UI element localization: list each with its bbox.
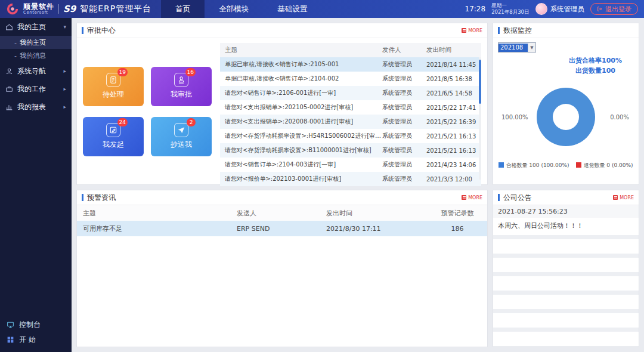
approval-row[interactable]: 单据已审核,请接收<销售订单>:2105-001 系统管理员 2021/8/14… (220, 57, 481, 72)
sidebar-bottom: 控制台 开 始 (0, 317, 72, 347)
chevron-right-icon: ▸ (63, 68, 66, 74)
product-logo: S9 (63, 4, 76, 14)
warning-more-link[interactable]: MORE (462, 195, 482, 200)
row-record-count: 186 (428, 225, 487, 233)
approval-row[interactable]: 请您对<报价单>:202103-0001进行[审核] 系统管理员 2021/3/… (220, 172, 481, 186)
approval-panel-body: 19 待处理 16 我审批 (77, 38, 487, 184)
clipboard-icon: 19 (106, 73, 120, 87)
col-sent-time: 发出时间 (326, 209, 428, 218)
brand-logo-icon (6, 2, 19, 16)
sidebar-group-system-nav[interactable]: 系统导航 ▸ (0, 62, 72, 80)
row-sender: 系统管理员 (382, 75, 426, 83)
sidebar-item-my-messages[interactable]: 我的消息 (0, 49, 72, 62)
console-button[interactable]: 控制台 (0, 317, 72, 332)
approval-more-link[interactable]: MORE (462, 28, 482, 33)
col-subject: 主题 (77, 209, 237, 218)
chevron-down-icon: ▾ (63, 24, 66, 30)
sidebar-item-my-home[interactable]: 我的主页 (0, 36, 72, 49)
approval-panel-header: 审批中心 MORE (77, 23, 487, 38)
send-plane-icon: 2 (174, 123, 188, 137)
clock: 17:28 (465, 5, 486, 13)
sidebar-group-my-reports[interactable]: 我的报表 ▸ (0, 98, 72, 116)
approval-panel-title: 审批中心 (87, 26, 116, 36)
console-icon (7, 321, 14, 329)
tile-cc-to-me[interactable]: 2 抄送我 (151, 117, 212, 156)
title-accent-bar (498, 194, 500, 201)
sidebar-group-label: 系统导航 (17, 66, 46, 76)
approval-row[interactable]: 请您对<销售订单>:2106-001进行[一审] 系统管理员 2021/6/5 … (220, 86, 481, 100)
date-box: 星期一 2021年8月30日 (491, 2, 529, 16)
approval-row[interactable]: 请您对<支出报销单>:202105-0002进行[审核] 系统管理员 2021/… (220, 100, 481, 115)
nav-all-modules[interactable]: 全部模块 (205, 0, 263, 18)
announcement-panel-header: 公司公告 MORE (493, 190, 639, 205)
more-icon (462, 28, 466, 33)
approval-row[interactable]: 请您对<存货浮动耗损率设置>:B11000001进行[审核] 系统管理员 202… (220, 143, 481, 158)
sidebar-group-my-work[interactable]: 我的工作 ▸ (0, 80, 72, 98)
title-accent-bar (498, 27, 500, 34)
row-time: 2021/8/14 11:45 (426, 61, 481, 68)
row-subject: 请您对<存货浮动耗损率设置>:H54R1S006002进行[审核] (220, 132, 382, 140)
top-nav: 首页 全部模块 基础设置 (161, 0, 321, 18)
more-icon (613, 195, 618, 200)
more-label: MORE (468, 195, 482, 200)
row-subject: 请您对<存货浮动耗损率设置>:B11000001进行[审核] (220, 146, 382, 155)
announcement-empty-row (493, 239, 639, 254)
monitor-panel-body: 202108 ▼ 出货合格率100% 出货数量100 100.00% 0.00%… (493, 38, 639, 184)
legend-returned: 退货数量 0 (0.00%) (576, 162, 633, 169)
chart-legend: 合格数量 100 (100.00%) 退货数量 0 (0.00%) (498, 162, 634, 169)
stamp-icon: 16 (174, 73, 188, 87)
row-sender: 系统管理员 (382, 175, 426, 183)
approval-tiles: 19 待处理 16 我审批 (83, 43, 212, 180)
sidebar-group-label: 我的主页 (17, 22, 46, 32)
announcement-item[interactable]: 2021-08-27 15:56:23 本周六、周日公司活动！！！ (493, 205, 639, 235)
more-label: MORE (620, 195, 634, 200)
announcement-panel: 公司公告 MORE 2021-08-27 15:56:23 本周六、周日公司活动… (493, 190, 639, 347)
warning-info-panel: 预警资讯 MORE 主题 发送人 发出时间 预警记录数 可用库存不足 ERP S… (76, 190, 488, 347)
table-scrollbar-thumb[interactable] (479, 60, 481, 104)
row-subject: 请您对<支出报销单>:202008-0001进行[审核] (220, 118, 382, 126)
row-sender: 系统管理员 (382, 60, 426, 69)
pass-rate-stat: 出货合格率100% (569, 56, 622, 66)
tile-label: 我审批 (171, 89, 192, 100)
user-avatar[interactable] (535, 3, 547, 15)
row-subject: 单据已审核,请接收<销售订单>:2104-002 (220, 75, 382, 83)
row-time: 2021/5/22 17:41 (426, 104, 481, 111)
chart-left-label: 100.00% (501, 114, 528, 121)
weekday-label: 星期一 (491, 2, 529, 9)
tile-initiated-by-me[interactable]: 24 我发起 (83, 117, 144, 156)
row-subject: 请您对<报价单>:202103-0001进行[审核] (220, 175, 382, 183)
warning-table: 主题 发送人 发出时间 预警记录数 可用库存不足 ERP SEND 2021/8… (77, 205, 487, 236)
period-select-value: 202108 (499, 44, 528, 52)
erp-app-window: 顺景软件 Centersoft S9 智能ERP管理平台 首页 全部模块 基础设… (0, 0, 644, 352)
data-monitor-panel: 数据监控 202108 ▼ 出货合格率100% 出货数量100 100.00% … (493, 23, 639, 185)
row-time: 2021/4/23 14:06 (426, 162, 481, 168)
warning-row[interactable]: 可用库存不足 ERP SEND 2021/8/30 17:11 186 (77, 221, 487, 236)
approval-row[interactable]: 单据已审核,请接收<销售订单>:2104-002 系统管理员 2021/8/5 … (220, 72, 481, 86)
tile-label: 待处理 (103, 89, 124, 100)
tile-pending[interactable]: 19 待处理 (83, 67, 144, 106)
tile-label: 我发起 (103, 140, 124, 150)
approval-row[interactable]: 请您对<支出报销单>:202008-0001进行[审核] 系统管理员 2021/… (220, 115, 481, 129)
col-sender: 发送人 (237, 209, 326, 218)
sidebar: 我的主页 ▾ 我的主页 我的消息 系统导航 ▸ 我的工作 ▸ 我的报表 ▸ 控制… (0, 18, 72, 352)
chevron-right-icon: ▸ (63, 104, 66, 110)
approval-row[interactable]: 请您对<销售订单>:2104-003进行[一审] 系统管理员 2021/4/23… (220, 158, 481, 172)
nav-basic-settings[interactable]: 基础设置 (263, 0, 321, 18)
logout-label: 退出登录 (605, 5, 631, 14)
sidebar-group-my-home[interactable]: 我的主页 ▾ (0, 18, 72, 36)
tile-my-approvals[interactable]: 16 我审批 (151, 67, 212, 106)
shipment-chart-area: 100.00% 0.00% (498, 79, 634, 155)
approval-row[interactable]: 请您对<存货浮动耗损率设置>:H54R1S006002进行[审核] 系统管理员 … (220, 129, 481, 143)
chart-right-label: 0.00% (610, 114, 629, 121)
briefcase-icon (5, 85, 13, 93)
cc-count-badge: 2 (187, 118, 196, 126)
brand-area: 顺景软件 Centersoft S9 智能ERP管理平台 (0, 2, 157, 16)
row-time: 2021/5/21 16:13 (426, 133, 481, 140)
start-button[interactable]: 开 始 (0, 332, 72, 347)
user-box[interactable]: 系统管理员 (535, 3, 585, 15)
period-select[interactable]: 202108 ▼ (498, 42, 536, 53)
col-subject: 主题 (220, 46, 382, 54)
announcement-more-link[interactable]: MORE (613, 195, 634, 200)
logout-button[interactable]: 退出登录 (590, 3, 638, 15)
nav-home[interactable]: 首页 (161, 0, 205, 18)
